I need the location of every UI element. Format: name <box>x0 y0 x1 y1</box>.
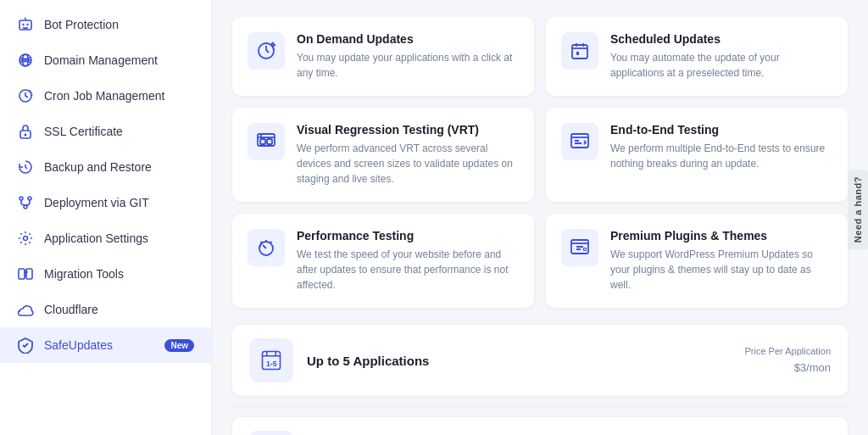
scheduled-updates-icon <box>561 32 598 70</box>
sidebar-item-safeupdates[interactable]: SafeUpdates New <box>0 327 211 363</box>
sidebar-item-label: Domain Management <box>44 53 158 67</box>
git-icon <box>17 194 34 211</box>
card-on-demand-updates: On Demand Updates You may update your ap… <box>232 17 534 96</box>
sidebar-item-backup[interactable]: Backup and Restore <box>0 149 211 185</box>
e2e-testing-desc: We perform multiple End-to-End tests to … <box>610 141 832 171</box>
ssl-icon <box>17 123 34 140</box>
on-demand-updates-desc: You may update your applications with a … <box>297 50 519 81</box>
performance-testing-icon <box>248 229 285 266</box>
sidebar-item-cron-job[interactable]: Cron Job Management <box>0 78 211 114</box>
premium-plugins-title: Premium Plugins & Themes <box>610 229 832 243</box>
vrt-icon <box>248 123 285 160</box>
svg-point-8 <box>25 134 27 137</box>
svg-point-10 <box>28 197 31 200</box>
performance-testing-title: Performance Testing <box>297 229 519 243</box>
sidebar-item-app-settings[interactable]: Application Settings <box>0 220 211 256</box>
sidebar-item-label: Bot Protection <box>44 18 119 31</box>
feature-cards-grid: On Demand Updates You may update your ap… <box>232 17 848 308</box>
svg-point-1 <box>22 24 24 25</box>
pricing-1-5-label: Price Per Application <box>745 346 832 356</box>
sidebar: Bot Protection Domain Management Cron Jo… <box>0 0 212 435</box>
bot-protection-icon <box>17 16 34 33</box>
cron-job-icon <box>17 87 34 104</box>
card-e2e-testing: End-to-End Testing We perform multiple E… <box>546 108 848 202</box>
sidebar-item-label: SafeUpdates <box>44 338 113 352</box>
svg-rect-16 <box>572 45 587 59</box>
card-vrt: Visual Regression Testing (VRT) We perfo… <box>232 108 534 202</box>
vrt-title: Visual Regression Testing (VRT) <box>297 123 519 137</box>
pricing-section: 1-5 Up to 5 Applications Price Per Appli… <box>232 325 848 435</box>
e2e-testing-title: End-to-End Testing <box>610 123 832 137</box>
sidebar-item-label: Backup and Restore <box>44 160 152 174</box>
pricing-1-5-cost: Price Per Application $3/mon <box>745 346 832 376</box>
svg-rect-20 <box>571 134 588 148</box>
on-demand-updates-title: On Demand Updates <box>297 32 519 46</box>
card-scheduled-updates: Scheduled Updates You may automate the u… <box>546 17 848 96</box>
e2e-testing-icon <box>561 123 598 160</box>
new-badge: New <box>164 339 194 352</box>
main-content: On Demand Updates You may update your ap… <box>212 0 868 435</box>
pricing-1-5-title: Up to 5 Applications <box>307 354 732 368</box>
svg-point-12 <box>24 237 28 241</box>
migration-icon <box>17 265 34 282</box>
app-settings-icon <box>17 230 34 247</box>
sidebar-item-label: Migration Tools <box>44 267 124 281</box>
scheduled-updates-title: Scheduled Updates <box>610 32 832 46</box>
sidebar-item-label: Cloudflare <box>44 303 98 316</box>
svg-point-3 <box>25 17 26 19</box>
sidebar-item-git[interactable]: Deployment via GIT <box>0 185 211 220</box>
scheduled-updates-content: Scheduled Updates You may automate the u… <box>610 32 832 81</box>
pricing-1-5-icon: 1-5 <box>249 338 293 382</box>
premium-plugins-desc: We support WordPress Premium Updates so … <box>610 247 832 293</box>
sidebar-item-label: SSL Certificate <box>44 125 123 138</box>
svg-text:1-5: 1-5 <box>266 360 277 368</box>
e2e-testing-content: End-to-End Testing We perform multiple E… <box>610 123 832 171</box>
sidebar-item-ssl[interactable]: SSL Certificate <box>0 114 211 149</box>
pricing-1-5-info: Up to 5 Applications <box>307 354 732 368</box>
svg-rect-13 <box>19 269 25 279</box>
sidebar-item-cloudflare[interactable]: Cloudflare <box>0 292 211 327</box>
svg-rect-18 <box>260 139 265 144</box>
svg-point-24 <box>584 248 586 250</box>
svg-rect-14 <box>26 269 32 279</box>
pricing-row-1-5: 1-5 Up to 5 Applications Price Per Appli… <box>232 325 848 396</box>
safeupdates-icon <box>17 337 34 354</box>
performance-testing-content: Performance Testing We test the speed of… <box>297 229 519 293</box>
on-demand-updates-icon <box>248 32 285 70</box>
svg-rect-19 <box>267 139 272 144</box>
performance-testing-desc: We test the speed of your website before… <box>297 247 519 293</box>
card-premium-plugins: Premium Plugins & Themes We support Word… <box>546 214 848 308</box>
vrt-content: Visual Regression Testing (VRT) We perfo… <box>297 123 519 187</box>
sidebar-item-migration[interactable]: Migration Tools <box>0 256 211 292</box>
pricing-row-6plus: 6 + 6+ Applications Save an extra $1 whe… <box>232 417 848 435</box>
svg-point-2 <box>26 24 28 25</box>
pricing-divider <box>232 406 848 407</box>
backup-icon <box>17 159 34 176</box>
sidebar-item-label: Application Settings <box>44 231 148 245</box>
vrt-desc: We perform advanced VRT across several d… <box>297 141 519 187</box>
on-demand-updates-content: On Demand Updates You may update your ap… <box>297 32 519 81</box>
sidebar-item-domain-management[interactable]: Domain Management <box>0 42 211 78</box>
pricing-6plus-icon: 6 + <box>249 431 293 435</box>
pricing-1-5-amount: $3/mon <box>745 356 832 376</box>
need-hand-button[interactable]: Need a hand? <box>848 170 868 249</box>
premium-plugins-content: Premium Plugins & Themes We support Word… <box>610 229 832 293</box>
sidebar-item-bot-protection[interactable]: Bot Protection <box>0 7 211 42</box>
sidebar-item-label: Deployment via GIT <box>44 196 149 209</box>
svg-point-9 <box>19 197 23 200</box>
scheduled-updates-desc: You may automate the update of your appl… <box>610 50 832 81</box>
premium-plugins-icon <box>561 229 598 266</box>
need-hand-wrapper: Need a hand? <box>848 170 868 249</box>
domain-management-icon <box>17 52 34 69</box>
card-performance-testing: Performance Testing We test the speed of… <box>232 214 534 308</box>
sidebar-item-label: Cron Job Management <box>44 89 164 103</box>
cloudflare-icon <box>17 301 34 318</box>
